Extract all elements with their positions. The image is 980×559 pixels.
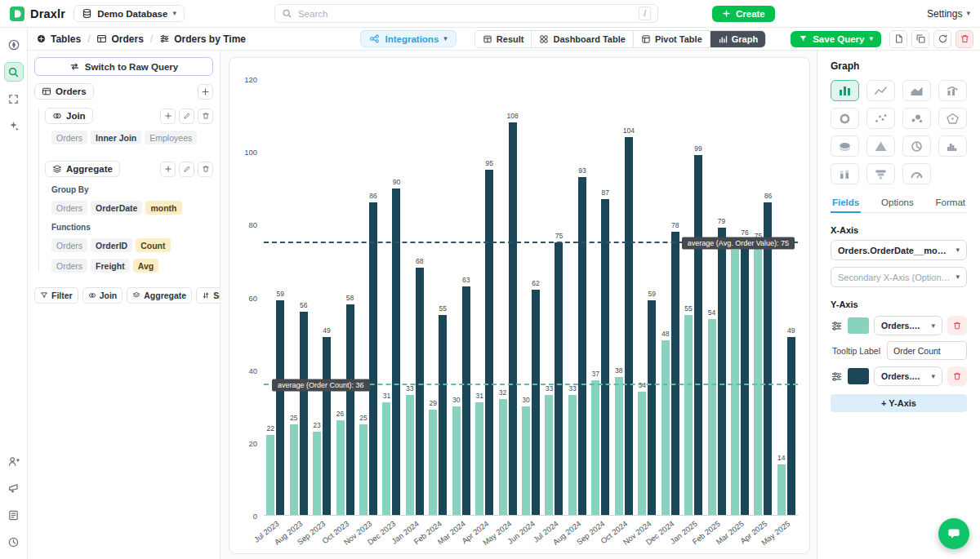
bar-avg-order-value[interactable]: 95 <box>485 170 493 515</box>
series-color-swatch[interactable] <box>848 368 869 384</box>
chart-type-pie-icon[interactable] <box>902 135 931 157</box>
bar-order-count[interactable]: 33 <box>406 395 414 515</box>
bar-order-count[interactable]: 38 <box>615 377 623 515</box>
bar-avg-order-value[interactable]: 49 <box>787 337 795 515</box>
bar-order-count[interactable]: 31 <box>382 402 390 515</box>
chart-type-scatter-icon[interactable] <box>866 108 895 129</box>
tooltip-label-input[interactable] <box>887 341 967 360</box>
view-graph-button[interactable]: Graph <box>710 31 765 47</box>
bar-order-count[interactable]: 32 <box>499 399 507 515</box>
database-selector[interactable]: Demo Database ▾ <box>74 5 185 22</box>
breadcrumb-orders[interactable]: Orders <box>96 33 143 45</box>
chart-type-bubble-icon[interactable] <box>902 108 931 129</box>
chart-type-stacked-bar-icon[interactable] <box>831 163 859 184</box>
bar-avg-order-value[interactable]: 86 <box>369 202 377 515</box>
join-edit-button[interactable] <box>179 109 194 124</box>
dashboard-icon[interactable] <box>4 35 24 55</box>
join-section-chip[interactable]: Join <box>45 108 93 124</box>
tab-format[interactable]: Format <box>934 196 967 212</box>
join-add-button[interactable] <box>160 109 176 124</box>
series-settings-icon[interactable] <box>831 320 843 332</box>
function-field-chip[interactable]: Freight <box>91 259 130 273</box>
chart-type-bar-icon[interactable] <box>831 80 859 101</box>
bar-avg-order-value[interactable]: 99 <box>694 155 702 515</box>
remove-y-axis-button[interactable] <box>947 366 967 386</box>
aggregate-add-button[interactable] <box>160 162 176 177</box>
export-button[interactable] <box>889 30 907 48</box>
aggregate-button[interactable]: Aggregate <box>127 287 192 304</box>
bar-avg-order-value[interactable]: 104 <box>625 137 633 515</box>
invite-user-icon[interactable] <box>4 451 24 471</box>
breadcrumb-query[interactable]: Orders by Time <box>159 33 246 45</box>
aggregate-delete-button[interactable] <box>198 162 213 177</box>
bar-avg-order-value[interactable]: 68 <box>416 268 424 515</box>
bar-avg-order-value[interactable]: 62 <box>532 290 540 515</box>
view-dashboard-table-button[interactable]: Dashboard Table <box>532 31 633 47</box>
secondary-x-axis-select[interactable]: Secondary X-Axis (Optional) ▾ <box>831 267 967 287</box>
bar-avg-order-value[interactable]: 90 <box>392 189 400 516</box>
duplicate-button[interactable] <box>911 30 929 48</box>
view-pivot-table-button[interactable]: Pivot Table <box>634 31 710 47</box>
documentation-icon[interactable] <box>4 505 24 525</box>
save-query-button[interactable]: Save Query ▾ <box>791 31 881 47</box>
aggregate-section-chip[interactable]: Aggregate <box>45 161 120 177</box>
bar-avg-order-value[interactable]: 76 <box>741 239 749 515</box>
bar-order-count[interactable]: 22 <box>266 435 274 515</box>
filter-button[interactable]: Filter <box>34 287 78 304</box>
chart-type-gauge-icon[interactable] <box>902 163 931 184</box>
bar-order-count[interactable]: 33 <box>568 395 577 515</box>
bar-order-count[interactable]: 75 <box>754 242 762 515</box>
chart-type-donut-icon[interactable] <box>831 108 859 129</box>
bar-order-count[interactable]: 37 <box>591 380 599 515</box>
bar-order-count[interactable]: 29 <box>429 410 437 515</box>
bar-order-count[interactable]: 26 <box>336 420 345 515</box>
chart-type-funnel-icon[interactable] <box>866 163 895 184</box>
tab-options[interactable]: Options <box>880 196 915 212</box>
bar-order-count[interactable]: 54 <box>708 319 716 515</box>
bar-avg-order-value[interactable]: 93 <box>578 177 586 515</box>
bar-avg-order-value[interactable]: 63 <box>462 286 470 515</box>
bar-avg-order-value[interactable]: 87 <box>601 199 609 515</box>
bar-avg-order-value[interactable]: 58 <box>346 304 354 515</box>
function-table-chip[interactable]: Orders <box>51 259 87 273</box>
chart-type-bar-line-icon[interactable] <box>938 80 967 101</box>
add-section-button[interactable] <box>198 84 213 100</box>
join-left-table-chip[interactable]: Orders <box>51 131 87 144</box>
bar-order-count[interactable]: 55 <box>684 315 693 515</box>
search-nav-icon[interactable] <box>4 62 24 82</box>
chat-widget-button[interactable] <box>938 518 969 549</box>
aggregate-edit-button[interactable] <box>179 162 194 177</box>
bar-order-count[interactable]: 23 <box>313 432 321 515</box>
chart-type-area-icon[interactable] <box>902 80 931 101</box>
y-axis-field-select-2[interactable]: Orders.Orders_... ▾ <box>874 366 942 386</box>
breadcrumb-tables[interactable]: Tables <box>36 33 81 45</box>
bar-avg-order-value[interactable]: 86 <box>764 202 772 515</box>
group-by-granularity-chip[interactable]: month <box>145 201 181 215</box>
function-field-chip[interactable]: OrderID <box>91 238 132 252</box>
chart-type-pie-3d-icon[interactable] <box>831 135 859 157</box>
add-y-axis-button[interactable]: + Y-Axis <box>831 394 967 412</box>
bar-avg-order-value[interactable]: 59 <box>276 300 284 515</box>
group-by-field-chip[interactable]: OrderDate <box>91 201 142 215</box>
bar-order-count[interactable]: 25 <box>290 424 298 515</box>
bar-avg-order-value[interactable]: 79 <box>718 228 726 515</box>
y-axis-field-select-1[interactable]: Orders.Orders_... ▾ <box>874 316 942 335</box>
join-delete-button[interactable] <box>198 109 213 124</box>
bar-order-count[interactable]: 30 <box>452 406 461 516</box>
chart-type-pyramid-icon[interactable] <box>866 135 895 157</box>
join-type-chip[interactable]: Inner Join <box>91 131 141 144</box>
join-right-table-chip[interactable]: Employees <box>145 131 197 144</box>
bar-order-count[interactable]: 14 <box>777 464 786 515</box>
settings-button[interactable]: Settings ▾ <box>927 8 970 20</box>
tab-fields[interactable]: Fields <box>831 196 861 212</box>
bar-avg-order-value[interactable]: 55 <box>439 315 447 515</box>
table-chip-orders[interactable]: Orders <box>34 83 94 100</box>
function-type-chip[interactable]: Avg <box>133 259 158 273</box>
bar-order-count[interactable]: 31 <box>475 402 483 515</box>
bar-order-count[interactable]: 48 <box>662 340 670 515</box>
bar-order-count[interactable]: 30 <box>522 406 530 516</box>
data-explore-icon[interactable] <box>4 89 24 109</box>
bar-order-count[interactable]: 34 <box>638 392 646 515</box>
history-icon[interactable] <box>4 532 24 552</box>
x-axis-select[interactable]: Orders.OrderDate__month ▾ <box>831 240 967 260</box>
